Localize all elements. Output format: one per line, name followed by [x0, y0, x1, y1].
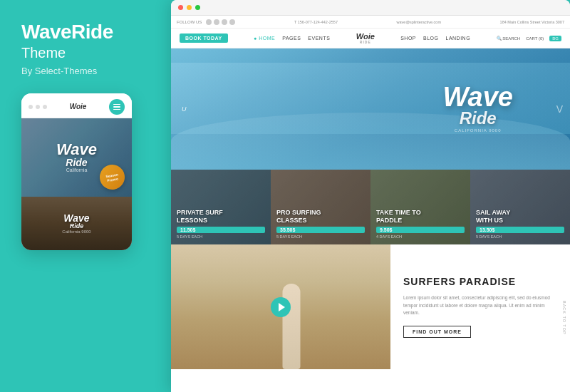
- social-icon-1[interactable]: [206, 19, 212, 25]
- nav-landing[interactable]: LANDING: [446, 36, 471, 41]
- brand-title: WaveRide: [21, 21, 113, 43]
- surfers-paradise-body: Lorem ipsum dolor sit amet, consectetur …: [403, 294, 557, 316]
- mobile-ride-text: Ride: [56, 158, 97, 167]
- mobile-pier-sub: California 9000: [62, 229, 90, 234]
- card-3-overlay: TAKE TIME TOPADDLE 9.50$ 4 DAYS EACH: [370, 170, 470, 244]
- activity-card-1[interactable]: PRIVATE SURFLESSONS 11.50$ 5 DAYS EACH: [171, 170, 271, 244]
- mobile-pier-wave: Wave: [62, 213, 90, 223]
- card-1-price: 11.50$: [177, 227, 265, 233]
- nav-logo-sub: RIDE: [356, 41, 375, 44]
- mobile-logo: Woie: [70, 103, 87, 110]
- mobile-wave-brand: Wave Ride California: [56, 142, 97, 172]
- mobile-top-bar: Woie: [21, 93, 132, 118]
- card-1-days: 5 DAYS EACH: [177, 234, 265, 239]
- brand-byline: By Select-Themes: [21, 66, 97, 76]
- nav-right-actions: 🔍 SEARCH CART (0) BG: [497, 36, 561, 41]
- activity-card-3[interactable]: TAKE TIME TOPADDLE 9.50$ 4 DAYS EACH: [370, 170, 470, 244]
- hero-brand-text: Wave Ride California 9000: [442, 86, 513, 133]
- social-icons: [206, 19, 235, 25]
- mobile-hero-image: Wave Ride California SeasonPromo: [21, 118, 132, 197]
- mobile-mockup: Woie Wave Ride California SeasonPromo: [21, 93, 132, 250]
- hero-left-text: U: [182, 105, 187, 114]
- browser-chrome: [171, 0, 570, 16]
- nav-bg-button[interactable]: BG: [549, 36, 561, 41]
- site-logo-nav: Woie RIDE: [356, 33, 375, 44]
- bottom-surf-image: [171, 244, 390, 369]
- activity-card-4[interactable]: SAIL AWAYWITH US 13.50$ 5 DAYS EACH: [470, 170, 570, 244]
- bottom-section: SURFERS PARADISE Lorem ipsum dolor sit a…: [171, 244, 570, 369]
- nav-search[interactable]: 🔍 SEARCH: [497, 36, 521, 41]
- mobile-dot-2: [36, 105, 40, 109]
- right-panel: FOLLOW US T 156-077-124-442-2557 wave@sp…: [171, 0, 570, 392]
- activity-card-2[interactable]: PRO SURFINGCLASSES 35.50$ 5 DAYS EACH: [271, 170, 370, 244]
- chrome-dot-green[interactable]: [195, 5, 200, 10]
- hero-california: California 9000: [442, 128, 513, 133]
- mobile-pier-section: Wave Ride California 9000: [21, 197, 132, 250]
- social-icon-4[interactable]: [229, 19, 235, 25]
- card-4-overlay: SAIL AWAYWITH US 13.50$ 5 DAYS EACH: [470, 170, 570, 244]
- nav-pages[interactable]: PAGES: [282, 36, 301, 41]
- site-topbar: FOLLOW US T 156-077-124-442-2557 wave@sp…: [171, 16, 570, 29]
- play-icon: [279, 303, 285, 311]
- mobile-pier-ride: Ride: [62, 223, 90, 229]
- mobile-dot-3: [43, 105, 47, 109]
- nav-blog[interactable]: BLOG: [423, 36, 438, 41]
- left-panel: WaveRide Theme By Select-Themes Woie Wav…: [0, 0, 171, 392]
- card-2-overlay: PRO SURFINGCLASSES 35.50$ 5 DAYS EACH: [271, 170, 370, 244]
- nav-links: ● HOME PAGES EVENTS: [254, 36, 330, 41]
- nav-cart[interactable]: CART (0): [526, 36, 544, 41]
- mobile-hero-sub: California: [56, 167, 97, 172]
- mobile-dot-1: [28, 105, 33, 109]
- social-icon-2[interactable]: [214, 19, 219, 25]
- card-4-days: 5 DAYS EACH: [476, 234, 564, 239]
- nav-links-right: SHOP BLOG LANDING: [400, 36, 470, 41]
- mobile-wave-text: Wave: [56, 142, 97, 158]
- play-button[interactable]: [271, 297, 291, 317]
- menu-line-1: [113, 104, 120, 105]
- surfer-body: [283, 284, 301, 369]
- mobile-menu-icon[interactable]: [109, 99, 125, 115]
- nav-home[interactable]: ● HOME: [254, 36, 275, 41]
- hero-right-arrow: V: [556, 103, 563, 115]
- surfers-paradise-title: SURFERS PARADISE: [403, 276, 557, 287]
- card-1-overlay: PRIVATE SURFLESSONS 11.50$ 5 DAYS EACH: [171, 170, 271, 244]
- topbar-address: 184 Main Collins Street Victoria 3007: [500, 20, 564, 24]
- topbar-left: FOLLOW US: [177, 19, 235, 25]
- back-to-top[interactable]: BACK TO TOP: [562, 301, 566, 335]
- mobile-dots: [28, 105, 47, 109]
- card-3-price: 9.50$: [376, 227, 465, 233]
- brand-subtitle: Theme: [21, 45, 66, 61]
- card-1-title: PRIVATE SURFLESSONS: [177, 209, 265, 225]
- chrome-dot-yellow[interactable]: [187, 5, 192, 10]
- card-2-price: 35.50$: [276, 227, 365, 233]
- card-3-days: 4 DAYS EACH: [376, 234, 465, 239]
- nav-logo-text: Woie: [356, 33, 375, 41]
- find-out-button[interactable]: FIND OUT MORE: [403, 326, 471, 338]
- card-2-days: 5 DAYS EACH: [276, 234, 365, 239]
- site-hero: U Wave Ride California 9000 V: [171, 48, 570, 170]
- book-today-button[interactable]: BOOK TODAY: [180, 33, 228, 43]
- hero-wave-script: Wave: [442, 86, 513, 108]
- topbar-phone: T 156-077-124-442-2557: [294, 20, 338, 24]
- card-4-title: SAIL AWAYWITH US: [476, 209, 564, 225]
- card-3-title: TAKE TIME TOPADDLE: [376, 209, 465, 225]
- mobile-pier-brand: Wave Ride California 9000: [62, 213, 90, 234]
- menu-line-3: [113, 109, 120, 110]
- activity-cards: PRIVATE SURFLESSONS 11.50$ 5 DAYS EACH P…: [171, 170, 570, 244]
- card-4-price: 13.50$: [476, 227, 564, 233]
- topbar-email: wave@splinteractive.com: [397, 20, 441, 24]
- menu-line-2: [113, 106, 120, 108]
- hero-ride-script: Ride: [460, 108, 497, 128]
- mobile-pier-overlay: Wave Ride California 9000: [21, 197, 132, 250]
- site-nav: BOOK TODAY ● HOME PAGES EVENTS Woie RIDE…: [171, 29, 570, 48]
- bottom-right-content: SURFERS PARADISE Lorem ipsum dolor sit a…: [390, 244, 570, 369]
- card-2-title: PRO SURFINGCLASSES: [276, 209, 365, 225]
- nav-shop[interactable]: SHOP: [400, 36, 416, 41]
- nav-events[interactable]: EVENTS: [308, 36, 330, 41]
- chrome-dot-red[interactable]: [178, 5, 183, 10]
- follow-us-label: FOLLOW US: [177, 20, 202, 24]
- social-icon-3[interactable]: [222, 19, 227, 25]
